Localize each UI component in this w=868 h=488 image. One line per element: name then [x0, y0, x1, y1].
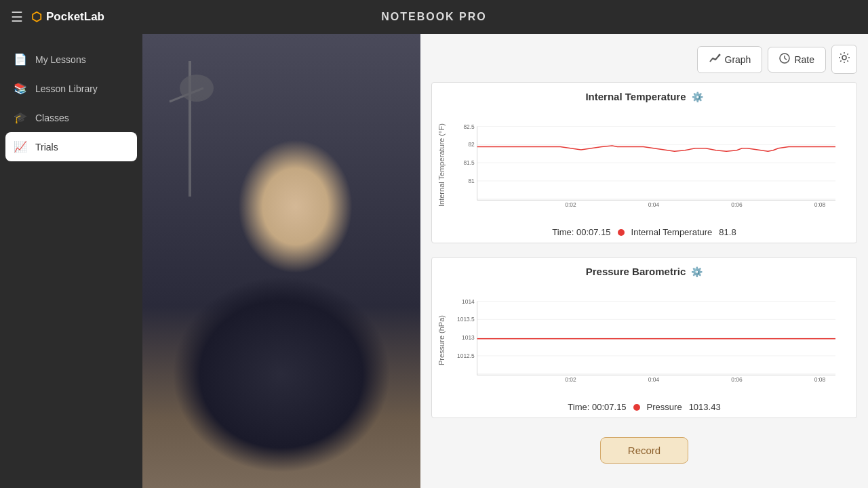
chart1-svg-wrap: Internal Temperature (°F) 82.5 82	[437, 108, 851, 223]
rate-icon	[779, 53, 790, 66]
chart2-svg-container: 1014 1013.5 1013 1012.5 0:02 0:04 0:06 0…	[456, 283, 851, 398]
sidebar-item-classes[interactable]: 🎓 Classes	[0, 103, 142, 132]
chart1-readout-time: Time: 00:07.15	[552, 227, 610, 237]
sidebar-label-classes: Classes	[35, 113, 69, 123]
logo-text: PocketLab	[46, 10, 104, 24]
chart2-title-row: Pressure Barometric ⚙️	[437, 266, 851, 277]
chart2-readout-time: Time: 00:07.15	[568, 402, 626, 412]
svg-text:0:06: 0:06	[731, 376, 743, 383]
graph-button-label: Graph	[725, 54, 751, 65]
hamburger-icon[interactable]: ☰	[11, 9, 23, 25]
chart1-readout-value: 81.8	[719, 227, 736, 237]
svg-point-2	[180, 75, 214, 102]
app-title: NOTEBOOK PRO	[381, 11, 487, 23]
chart2-readout: Time: 00:07.15 Pressure 1013.43	[437, 402, 851, 412]
lesson-library-icon: 📚	[14, 82, 27, 95]
svg-text:81: 81	[468, 178, 475, 184]
chart2-readout-label: Pressure	[647, 402, 682, 412]
svg-text:0:04: 0:04	[648, 201, 660, 208]
chart1-title-row: Internal Temperature ⚙️	[437, 91, 851, 102]
sidebar-label-trials: Trials	[35, 142, 58, 152]
graph-button[interactable]: Graph	[697, 46, 763, 73]
svg-text:0:04: 0:04	[648, 376, 660, 383]
chart1-readout-label: Internal Temperature	[631, 227, 713, 237]
svg-point-7	[842, 56, 846, 60]
chart2-dot	[633, 404, 640, 411]
my-lessons-icon: 📄	[14, 53, 27, 66]
svg-text:1013: 1013	[462, 334, 475, 341]
svg-text:82.5: 82.5	[463, 123, 475, 130]
chart2-readout-value: 1013.43	[689, 402, 721, 412]
svg-text:81.5: 81.5	[463, 159, 475, 166]
content-area: Graph Rate	[142, 34, 868, 488]
pressure-barometric-chart: Pressure Barometric ⚙️ Pressure (hPa)	[431, 257, 857, 418]
trials-icon: 📈	[14, 140, 27, 153]
chart1-filter-icon[interactable]: ⚙️	[692, 92, 703, 102]
svg-text:0:02: 0:02	[565, 376, 576, 383]
svg-text:0:08: 0:08	[814, 201, 826, 208]
classes-icon: 🎓	[14, 111, 27, 124]
chart2-title: Pressure Barometric	[586, 266, 686, 277]
sidebar-label-my-lessons: My Lessons	[35, 54, 86, 65]
svg-text:0:02: 0:02	[565, 201, 576, 208]
video-panel	[142, 34, 420, 488]
rate-button-label: Rate	[794, 54, 814, 65]
rate-button[interactable]: Rate	[768, 47, 826, 73]
lab-equipment-svg	[156, 61, 224, 197]
svg-text:0:08: 0:08	[814, 376, 826, 383]
settings-icon	[837, 51, 851, 64]
sidebar-item-trials[interactable]: 📈 Trials	[5, 132, 137, 161]
sidebar-label-lesson-library: Lesson Library	[35, 83, 98, 94]
chart1-dot	[618, 229, 625, 236]
chart1-svg: 82.5 82 81.5 81 0:02 0:04 0:06 0:08	[456, 108, 851, 223]
sidebar: 📄 My Lessons 📚 Lesson Library 🎓 Classes …	[0, 34, 142, 488]
chart2-svg: 1014 1013.5 1013 1012.5 0:02 0:04 0:06 0…	[456, 283, 851, 398]
graph-toolbar: Graph Rate	[431, 45, 857, 74]
svg-text:1012.5: 1012.5	[457, 352, 475, 359]
logo-icon: ⬡	[31, 9, 42, 24]
sidebar-item-lesson-library[interactable]: 📚 Lesson Library	[0, 74, 142, 103]
graphs-panel: Graph Rate	[420, 34, 868, 488]
svg-text:0:06: 0:06	[731, 201, 743, 208]
svg-text:82: 82	[468, 141, 475, 148]
chart2-svg-wrap: Pressure (hPa) 1014 1013.5 10	[437, 283, 851, 398]
chart1-readout: Time: 00:07.15 Internal Temperature 81.8	[437, 227, 851, 237]
graph-icon	[709, 52, 721, 67]
svg-point-3	[718, 54, 720, 56]
svg-line-6	[785, 58, 787, 60]
settings-button[interactable]	[831, 45, 857, 74]
video-feed	[142, 34, 420, 488]
svg-text:1014: 1014	[462, 298, 475, 305]
chart2-filter-icon[interactable]: ⚙️	[691, 266, 703, 277]
sidebar-item-my-lessons[interactable]: 📄 My Lessons	[0, 45, 142, 74]
internal-temperature-chart: Internal Temperature ⚙️ Internal Tempera…	[431, 82, 857, 243]
chart1-y-axis-label: Internal Temperature (°F)	[437, 108, 456, 223]
svg-text:1013.5: 1013.5	[457, 316, 475, 323]
chart2-y-axis-label: Pressure (hPa)	[437, 283, 456, 398]
chart1-svg-container: 82.5 82 81.5 81 0:02 0:04 0:06 0:08	[456, 108, 851, 223]
logo: ⬡ PocketLab	[31, 9, 104, 24]
main-layout: 📄 My Lessons 📚 Lesson Library 🎓 Classes …	[0, 34, 868, 488]
top-navigation: ☰ ⬡ PocketLab NOTEBOOK PRO	[0, 0, 868, 34]
record-button-row: Record	[431, 437, 857, 464]
chart1-title: Internal Temperature	[585, 91, 686, 102]
record-button[interactable]: Record	[600, 437, 688, 464]
